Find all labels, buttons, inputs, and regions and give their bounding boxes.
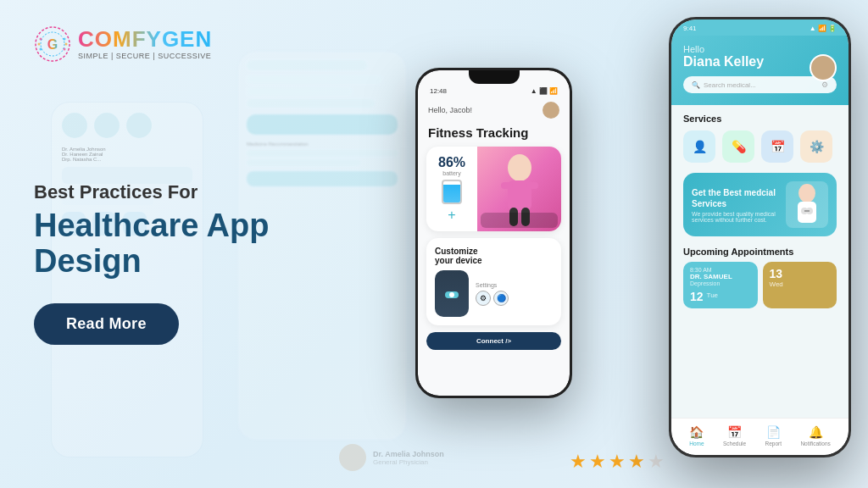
fitness-header: Hello, Jacob! (418, 97, 570, 125)
fitness-title: Fitness Tracking (418, 125, 570, 147)
svg-point-8 (64, 48, 66, 51)
star-2: ★ (589, 451, 606, 473)
search-bar[interactable]: 🔍 Search medical... ⚙ (683, 76, 837, 93)
star-5: ★ (648, 451, 665, 473)
stars-rating: ★ ★ ★ ★ ★ (570, 451, 665, 473)
phone-fitness: 12:48 ▲ ⬛ 📶 Hello, Jacob! Fitness Tracki… (415, 68, 572, 398)
service-icon-2[interactable]: 💊 (722, 130, 754, 163)
main-heading: Healthcare App Design (34, 208, 373, 280)
doctor-illustration (786, 181, 828, 228)
phone-medical: 9:41 ▲ 📶 🔋 Hello Diana Kelley 🔍 Search m… (669, 17, 851, 458)
report-icon: 📄 (766, 425, 781, 439)
connect-btn[interactable]: Connect /> (426, 332, 561, 350)
nav-report[interactable]: 📄 Report (765, 425, 782, 446)
svg-rect-11 (501, 182, 513, 189)
svg-text:G: G (47, 37, 58, 52)
logo-area: G COMFYGEN SIMPLE | SECURE | (34, 25, 373, 63)
schedule-icon: 📅 (727, 425, 742, 439)
svg-point-3 (40, 38, 42, 41)
subheading: Best Practices For (34, 181, 373, 203)
service-icon-4[interactable]: ⚙️ (800, 130, 832, 163)
services-title: Services (683, 114, 837, 124)
customize-card: Customizeyour device Settings ⚙ 🔵 (426, 238, 561, 325)
logo-text: COMFYGEN SIMPLE | SECURE | SUCCESSIVE (78, 28, 212, 60)
appointment-row: 8:30 AM DR. SAMUEL Depression 12 Tue 13 … (683, 262, 837, 308)
svg-rect-12 (526, 182, 538, 189)
fitness-card: 86% battery + (426, 147, 561, 231)
star-1: ★ (570, 451, 587, 473)
phone-notch (469, 70, 520, 84)
nav-notifications[interactable]: 🔔 Notifications (800, 425, 830, 446)
med-header: Hello Diana Kelley 🔍 Search medical... ⚙ (671, 36, 849, 105)
star-4: ★ (628, 451, 645, 473)
svg-point-4 (38, 43, 41, 46)
svg-point-9 (508, 154, 531, 181)
appointment-card-2[interactable]: 13 Wed (763, 262, 837, 308)
services-row: 👤 💊 📅 ⚙️ (683, 130, 837, 163)
heading-section: Best Practices For Healthcare App Design… (34, 181, 373, 345)
logo-icon: G (34, 25, 71, 63)
search-icon: 🔍 (692, 81, 700, 89)
service-icon-3[interactable]: 📅 (761, 130, 793, 163)
med-body: Services 👤 💊 📅 ⚙️ Get the Best medcial S… (671, 105, 849, 324)
user-avatar (810, 54, 837, 81)
nav-home[interactable]: 🏠 Home (689, 425, 704, 446)
notifications-icon: 🔔 (809, 425, 823, 439)
service-icon-1[interactable]: 👤 (683, 130, 715, 163)
bottom-nav: 🏠 Home 📅 Schedule 📄 Report 🔔 Notificatio… (671, 418, 849, 455)
main-content: G COMFYGEN SIMPLE | SECURE | (0, 0, 407, 488)
status-bar: 12:48 ▲ ⬛ 📶 (418, 84, 570, 97)
appointment-card-1[interactable]: 8:30 AM DR. SAMUEL Depression 12 Tue (683, 262, 758, 308)
svg-point-7 (65, 43, 68, 46)
med-status-bar: 9:41 ▲ 📶 🔋 (671, 19, 849, 36)
upcoming-appointments: Upcoming Appointments 8:30 AM DR. SAMUEL… (683, 247, 837, 308)
read-more-button[interactable]: Read More (34, 303, 179, 345)
nav-schedule[interactable]: 📅 Schedule (723, 425, 746, 446)
star-3: ★ (609, 451, 626, 473)
svg-point-17 (798, 184, 815, 202)
svg-point-6 (64, 38, 66, 41)
med-promo-banner: Get the Best medcial Services We provide… (683, 173, 837, 236)
home-icon: 🏠 (689, 425, 704, 439)
svg-point-16 (449, 292, 454, 297)
svg-point-5 (40, 48, 42, 51)
brand-name: COMFYGEN (78, 28, 212, 50)
brand-tagline: SIMPLE | SECURE | SUCCESSIVE (78, 52, 212, 60)
